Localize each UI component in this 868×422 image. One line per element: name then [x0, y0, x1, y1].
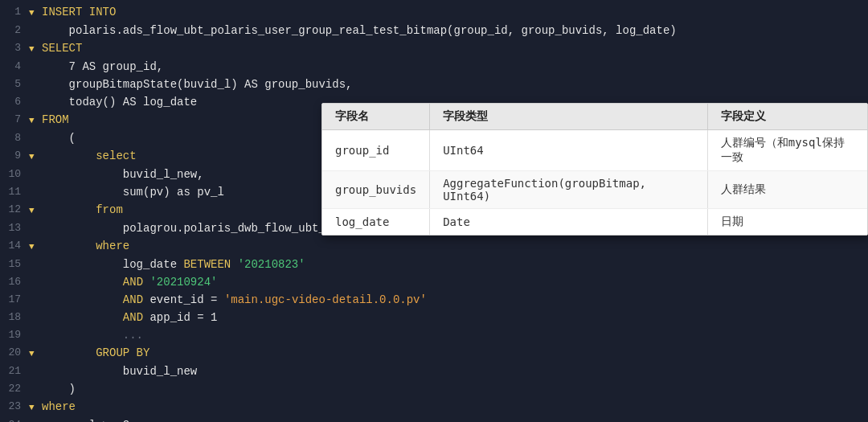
line-content: AND event_id = 'main.ugc-video-detail.0.…	[42, 291, 868, 309]
line-arrow: ▼	[29, 3, 42, 22]
code-line: 14▼ where	[0, 237, 868, 256]
line-content: polaris.ads_flow_ubt_polaris_user_group_…	[42, 22, 868, 39]
line-number: 18	[0, 309, 29, 326]
line-number: 22	[0, 380, 29, 398]
line-number: 9	[0, 147, 29, 165]
code-line: 15 log_date BETWEEN '20210823'	[0, 256, 868, 273]
line-content: )	[42, 380, 868, 398]
line-arrow	[29, 76, 42, 76]
line-number: 13	[0, 219, 29, 237]
line-number: 7	[0, 111, 29, 129]
line-content: INSERT INTO	[42, 3, 868, 21]
line-number: 21	[0, 363, 29, 380]
col-header-type: 字段类型	[430, 104, 708, 130]
line-arrow	[29, 58, 42, 59]
col-header-def: 字段定义	[707, 104, 867, 130]
line-number: 19	[0, 326, 29, 344]
tooltip-table: 字段名 字段类型 字段定义 group_idUInt64人群编号（和mysql保…	[321, 103, 868, 236]
line-content: pv_l >= 3;	[42, 416, 868, 422]
table-cell: group_buvids	[322, 171, 430, 209]
table-cell: Date	[430, 209, 708, 236]
table-cell: log_date	[322, 209, 430, 236]
line-content: buvid_l_new	[42, 363, 868, 380]
code-line: 21 buvid_l_new	[0, 363, 868, 380]
line-content: 7 AS group_id,	[42, 58, 868, 76]
table-cell: AggregateFunction(groupBitmap, UInt64)	[430, 171, 708, 209]
code-line: 17 AND event_id = 'main.ugc-video-detail…	[0, 291, 868, 309]
code-line: 16 AND '20210924'	[0, 273, 868, 291]
line-arrow	[29, 93, 42, 94]
code-line: 5 groupBitmapState(buvid_l) AS group_buv…	[0, 76, 868, 93]
line-arrow	[29, 326, 42, 327]
line-number: 8	[0, 129, 29, 147]
line-number: 2	[0, 22, 29, 39]
line-number: 12	[0, 201, 29, 219]
line-content: where	[42, 237, 868, 255]
line-content: ...	[42, 326, 868, 344]
line-number: 1	[0, 3, 29, 21]
code-line: 19 ...	[0, 326, 868, 344]
line-arrow	[29, 363, 42, 363]
line-arrow: ▼	[29, 344, 42, 363]
line-arrow: ▼	[29, 39, 42, 58]
line-arrow	[29, 183, 42, 184]
line-arrow: ▼	[29, 237, 42, 256]
line-arrow	[29, 256, 42, 256]
line-arrow	[29, 219, 42, 220]
line-arrow: ▼	[29, 201, 42, 219]
line-content: AND app_id = 1	[42, 309, 868, 326]
table-cell: group_id	[322, 130, 430, 171]
line-number: 10	[0, 166, 29, 183]
line-number: 20	[0, 344, 29, 362]
table-cell: 日期	[707, 209, 867, 236]
line-content: AND '20210924'	[42, 273, 868, 291]
line-arrow	[29, 166, 42, 166]
code-line: 20▼ GROUP BY	[0, 344, 868, 363]
line-arrow	[29, 129, 42, 130]
line-number: 16	[0, 273, 29, 291]
table-cell: UInt64	[430, 130, 708, 171]
line-content: log_date BETWEEN '20210823'	[42, 256, 868, 273]
line-content: groupBitmapState(buvid_l) AS group_buvid…	[42, 76, 868, 93]
line-number: 11	[0, 183, 29, 201]
line-arrow: ▼	[29, 147, 42, 166]
line-number: 17	[0, 291, 29, 309]
line-content: GROUP BY	[42, 344, 868, 362]
code-line: 23▼where	[0, 398, 868, 416]
line-arrow	[29, 273, 42, 274]
col-header-name: 字段名	[322, 104, 430, 130]
line-arrow	[29, 380, 42, 381]
code-line: 18 AND app_id = 1	[0, 309, 868, 326]
line-arrow: ▼	[29, 398, 42, 416]
line-arrow: ▼	[29, 111, 42, 129]
table-cell: 人群结果	[707, 171, 867, 209]
line-number: 24	[0, 416, 29, 422]
table-row: log_dateDate日期	[322, 209, 867, 236]
code-line: 22 )	[0, 380, 868, 398]
code-line: 1▼INSERT INTO	[0, 3, 868, 22]
code-line: 4 7 AS group_id,	[0, 58, 868, 76]
line-number: 14	[0, 237, 29, 255]
line-content: SELECT	[42, 39, 868, 57]
code-line: 24 pv_l >= 3;	[0, 416, 868, 422]
line-arrow	[29, 22, 42, 23]
code-line: 3▼SELECT	[0, 39, 868, 58]
line-content: where	[42, 398, 868, 416]
line-number: 5	[0, 76, 29, 93]
table-row: group_buvidsAggregateFunction(groupBitma…	[322, 171, 867, 209]
line-arrow	[29, 291, 42, 292]
line-number: 23	[0, 398, 29, 416]
line-number: 3	[0, 39, 29, 57]
table-row: group_idUInt64人群编号（和mysql保持一致	[322, 130, 867, 171]
line-arrow	[29, 309, 42, 309]
code-line: 2 polaris.ads_flow_ubt_polaris_user_grou…	[0, 22, 868, 39]
line-arrow	[29, 416, 42, 417]
line-number: 4	[0, 58, 29, 76]
line-number: 6	[0, 93, 29, 111]
line-number: 15	[0, 256, 29, 273]
table-cell: 人群编号（和mysql保持一致	[707, 130, 867, 171]
